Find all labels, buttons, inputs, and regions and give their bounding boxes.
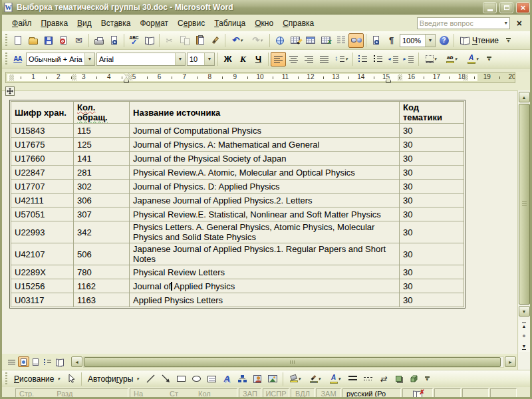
table-cell[interactable]: 281 <box>74 166 130 180</box>
print-preview-button[interactable] <box>106 33 122 48</box>
zoom-combobox[interactable]: 100% ▼ <box>400 34 436 47</box>
chevron-down-icon[interactable]: ▾ <box>455 57 458 62</box>
font-color-button[interactable]: А▾ <box>462 52 483 66</box>
table-cell[interactable]: U15843 <box>11 124 74 138</box>
tables-and-borders-button[interactable] <box>287 33 303 48</box>
3d-style-button[interactable] <box>406 372 422 386</box>
chevron-down-icon[interactable]: ▾ <box>434 57 437 62</box>
scroll-left-button[interactable]: ◄ <box>71 356 82 367</box>
redo-button[interactable]: ↷▾ <box>247 33 267 48</box>
table-cell[interactable]: Journal of the Physical Society of Japan <box>130 152 400 166</box>
justify-button[interactable] <box>317 52 332 66</box>
table-cell[interactable]: 306 <box>74 194 130 207</box>
minimize-button[interactable] <box>483 2 497 13</box>
outline-view-button[interactable] <box>42 356 53 367</box>
copy-button[interactable] <box>177 33 192 48</box>
status-spelling-cell[interactable]: ✗ <box>402 388 433 399</box>
insert-diagram-button[interactable] <box>235 372 250 386</box>
table-cell[interactable]: Applied Physics Letters <box>130 293 400 307</box>
menu-item-tools[interactable]: Сервис <box>173 16 209 31</box>
underline-button[interactable]: Ч <box>251 52 266 66</box>
indent-markers[interactable] <box>124 73 129 82</box>
table-cell[interactable]: 141 <box>74 152 130 166</box>
table-cell[interactable]: 115 <box>74 124 130 138</box>
styles-and-formatting-button[interactable]: АА <box>10 52 25 66</box>
table-cell[interactable]: 506 <box>74 243 130 265</box>
table-header-cell[interactable]: Название источника <box>130 102 400 124</box>
table-cell[interactable]: 302 <box>74 180 130 194</box>
scroll-right-button[interactable]: ► <box>505 356 516 367</box>
table-cell[interactable]: Physical Review.E. Statistical, Nonlinea… <box>130 207 400 221</box>
chevron-down-icon[interactable]: ▼ <box>84 53 94 65</box>
new-document-button[interactable] <box>10 33 25 48</box>
table-cell[interactable]: 30 <box>400 265 464 279</box>
align-center-button[interactable] <box>286 52 301 66</box>
menu-item-table[interactable]: Таблица <box>209 16 250 31</box>
borders-button[interactable]: ▾ <box>421 52 441 66</box>
increase-indent-button[interactable] <box>401 52 416 66</box>
drawing-menu-button[interactable]: Рисование▾ <box>10 373 64 385</box>
document-area[interactable]: Шифр хран.Кол. обращ.Название источникаК… <box>2 90 517 354</box>
menu-item-format[interactable]: Формат <box>135 16 173 31</box>
scroll-down-button[interactable]: ▼ <box>519 306 530 317</box>
research-button[interactable] <box>142 33 157 48</box>
table-cell[interactable]: Physical Review Letters <box>130 265 400 279</box>
table-cell[interactable]: Physical Review.A. Atomic, Molecular and… <box>130 166 400 180</box>
status-toggle-track-changes[interactable]: ИСПР <box>263 388 289 399</box>
table-cell[interactable]: 30 <box>400 243 464 265</box>
table-cell[interactable]: 30 <box>400 293 464 307</box>
save-button[interactable] <box>41 33 56 48</box>
rectangle-tool-button[interactable] <box>174 372 189 386</box>
table-cell[interactable]: U22847 <box>11 166 74 180</box>
chevron-down-icon[interactable]: ▾ <box>338 376 341 382</box>
insert-clipart-button[interactable] <box>250 372 265 386</box>
menubar-close-icon[interactable]: × <box>510 18 527 29</box>
web-layout-view-button[interactable] <box>18 356 29 367</box>
menu-item-help[interactable]: Справка <box>278 16 319 31</box>
ruler-table-column-marker[interactable] <box>464 74 468 80</box>
table-cell[interactable]: 1162 <box>74 279 130 293</box>
vertical-scrollbar-thumb[interactable] <box>519 104 530 305</box>
table-cell[interactable]: 30 <box>400 166 464 180</box>
chevron-down-icon[interactable]: ▾ <box>476 57 479 62</box>
italic-button[interactable]: К <box>235 52 251 66</box>
table-cell[interactable]: U42111 <box>11 194 74 207</box>
status-language-cell[interactable]: русский (Ро <box>342 388 401 399</box>
oval-tool-button[interactable] <box>189 372 204 386</box>
table-cell[interactable]: Japanese Journal of Applied Physics.1. R… <box>130 243 400 265</box>
permission-button[interactable] <box>56 33 71 48</box>
line-spacing-button[interactable]: ▾ <box>332 52 350 66</box>
status-toggle-record[interactable]: ЗАП <box>239 388 261 399</box>
document-map-button[interactable] <box>368 33 384 48</box>
text-box-button[interactable] <box>204 372 219 386</box>
table-cell[interactable]: 30 <box>400 194 464 207</box>
previous-page-button[interactable]: ▲ <box>519 320 530 331</box>
reading-layout-view-button[interactable] <box>54 356 65 367</box>
table-cell[interactable]: U2289X <box>11 265 74 279</box>
cut-button[interactable]: ✂ <box>162 33 177 48</box>
question-input[interactable] <box>418 19 503 27</box>
table-cell[interactable]: 780 <box>74 265 130 279</box>
columns-button[interactable] <box>333 33 348 48</box>
chevron-down-icon[interactable]: ▾ <box>240 38 243 43</box>
chevron-down-icon[interactable]: ▼ <box>204 53 214 65</box>
show-paragraph-marks-button[interactable]: ¶ <box>384 33 399 48</box>
table-cell[interactable]: Physics Letters. A. General Physics, Ato… <box>130 221 400 243</box>
draw-font-color-button[interactable]: А▾ <box>325 372 345 386</box>
help-button[interactable]: ? <box>436 33 452 48</box>
table-cell[interactable]: Journal of Computational Physics <box>130 124 400 138</box>
next-page-button[interactable]: ▼ <box>519 341 530 352</box>
toolbar-grip[interactable] <box>5 34 7 47</box>
open-button[interactable] <box>25 33 41 48</box>
table-header-cell[interactable]: Код тематики <box>400 102 464 124</box>
table-cell[interactable]: Japanese Journal of Applied Physics.2. L… <box>130 194 400 207</box>
status-toggle-extend[interactable]: ВДЛ <box>291 388 315 399</box>
table-cell[interactable]: U17675 <box>11 138 74 152</box>
table-cell[interactable]: 30 <box>400 138 464 152</box>
font-size-combobox[interactable]: 10 ▼ <box>187 53 215 66</box>
insert-excel-table-button[interactable]: X <box>318 33 333 48</box>
menu-item-edit[interactable]: Правка <box>37 16 73 31</box>
select-browse-object-button[interactable]: ● <box>519 331 530 341</box>
line-color-button[interactable]: ▾ <box>305 372 325 386</box>
style-combobox[interactable]: Обычный + Aria ▼ <box>26 53 95 66</box>
